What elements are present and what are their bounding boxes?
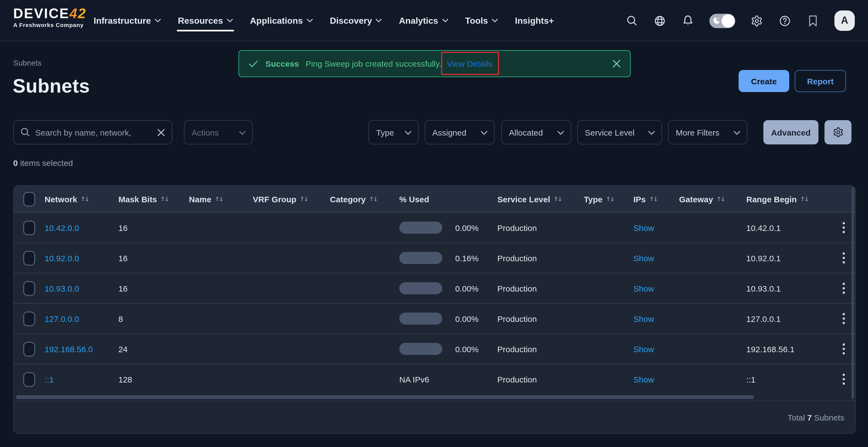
row-checkbox[interactable] xyxy=(23,311,35,326)
ips-show-link[interactable]: Show xyxy=(633,344,679,354)
device42-logo[interactable]: DEVICE42 A Freshworks Company xyxy=(13,6,90,28)
mask-bits-cell: 8 xyxy=(118,314,189,323)
network-link[interactable]: ::1 xyxy=(44,375,118,384)
ips-show-link[interactable]: Show xyxy=(633,223,679,232)
menu-applications[interactable]: Applications xyxy=(250,0,313,41)
menu-discovery[interactable]: Discovery xyxy=(330,0,382,41)
sort-icon: ↑↓ xyxy=(800,196,808,203)
chevron-down-icon xyxy=(405,130,411,134)
clear-search-icon[interactable] xyxy=(157,128,165,137)
help-icon[interactable] xyxy=(778,14,792,27)
column-header-vrf-group[interactable]: VRF Group↑↓ xyxy=(253,194,330,204)
network-link[interactable]: 10.93.0.0 xyxy=(44,284,118,293)
logo-text: DEVICE xyxy=(13,5,69,21)
more-filters-dropdown[interactable]: More Filters xyxy=(668,120,747,144)
filter-allocated-dropdown[interactable]: Allocated xyxy=(501,120,571,144)
usage-bar xyxy=(399,312,442,325)
sort-icon: ↑↓ xyxy=(215,196,223,203)
row-checkbox[interactable] xyxy=(23,250,35,265)
column-header-gateway[interactable]: Gateway↑↓ xyxy=(679,194,746,204)
logo-accent: 42 xyxy=(69,5,87,21)
report-button[interactable]: Report xyxy=(795,70,846,92)
table-settings-gear-button[interactable] xyxy=(825,120,851,144)
ips-show-link[interactable]: Show xyxy=(633,314,679,323)
close-icon[interactable] xyxy=(612,59,621,68)
filter-service-level-dropdown[interactable]: Service Level xyxy=(577,120,662,144)
search-input[interactable] xyxy=(35,128,152,137)
row-checkbox[interactable] xyxy=(23,281,35,296)
ips-show-link[interactable]: Show xyxy=(633,284,679,293)
column-header-category[interactable]: Category↑↓ xyxy=(330,194,399,204)
mask-bits-cell: 16 xyxy=(118,284,189,293)
network-link[interactable]: 192.168.56.0 xyxy=(44,344,118,354)
table-footer: Total 7 Subnets xyxy=(14,401,855,434)
chevron-down-icon xyxy=(155,19,161,23)
table-row: 192.168.56.0 24 0.00% Production Show 19… xyxy=(14,333,855,364)
column-header-mask-bits[interactable]: Mask Bits↑↓ xyxy=(118,194,189,204)
moon-icon xyxy=(712,16,721,25)
chevron-down-icon xyxy=(734,130,740,134)
globe-icon[interactable] xyxy=(653,14,666,27)
subnets-table-card: Network↑↓ Mask Bits↑↓ Name↑↓ VRF Group↑↓… xyxy=(13,185,856,434)
search-icon[interactable] xyxy=(625,14,638,27)
bookmark-icon[interactable] xyxy=(806,14,819,27)
chevron-down-icon xyxy=(442,19,448,23)
actions-dropdown[interactable]: Actions xyxy=(184,120,253,144)
select-all-checkbox[interactable] xyxy=(23,191,35,206)
chevron-down-icon xyxy=(376,19,382,23)
view-details-link[interactable]: View Details xyxy=(447,59,492,68)
column-header-type[interactable]: Type↑↓ xyxy=(584,194,633,204)
advanced-button[interactable]: Advanced xyxy=(763,120,818,144)
sort-icon: ↑↓ xyxy=(716,196,724,203)
sort-icon: ↑↓ xyxy=(554,196,561,203)
used-cell: 0.00% xyxy=(399,343,497,355)
create-button[interactable]: Create xyxy=(739,70,789,92)
service-level-cell: Production xyxy=(497,344,584,354)
chevron-down-icon xyxy=(307,19,313,23)
toast-status: Success xyxy=(266,59,299,68)
filter-type-dropdown[interactable]: Type xyxy=(368,120,418,144)
horizontal-scrollbar-thumb[interactable] xyxy=(16,395,754,399)
user-avatar[interactable]: A xyxy=(834,10,855,31)
table-row: ::1 128 NA IPv6 Production Show ::1 xyxy=(14,364,855,394)
logo-tagline: A Freshworks Company xyxy=(13,22,90,28)
filter-assigned-dropdown[interactable]: Assigned xyxy=(425,120,495,144)
theme-toggle[interactable] xyxy=(709,13,735,28)
column-header-service-level[interactable]: Service Level↑↓ xyxy=(497,194,584,204)
usage-bar xyxy=(399,252,442,264)
range-begin-cell: 10.93.0.1 xyxy=(746,284,832,293)
mask-bits-cell: 128 xyxy=(118,375,189,384)
range-begin-cell: ::1 xyxy=(746,375,832,384)
gear-icon[interactable] xyxy=(750,14,763,27)
vertical-scrollbar-thumb[interactable] xyxy=(851,187,854,399)
ips-show-link[interactable]: Show xyxy=(633,253,679,263)
sort-icon: ↑↓ xyxy=(160,196,168,203)
menu-resources[interactable]: Resources xyxy=(178,0,233,41)
row-checkbox[interactable] xyxy=(23,220,35,235)
menu-insights[interactable]: Insights+ xyxy=(515,0,554,41)
column-header-used: % Used xyxy=(399,194,497,204)
menu-infrastructure[interactable]: Infrastructure xyxy=(94,0,161,41)
column-header-range-begin[interactable]: Range Begin↑↓ xyxy=(746,194,832,204)
chevron-down-icon xyxy=(481,130,487,134)
ips-show-link[interactable]: Show xyxy=(633,375,679,384)
table-row: 127.0.0.0 8 0.00% Production Show 127.0.… xyxy=(14,303,855,333)
column-header-network[interactable]: Network↑↓ xyxy=(44,194,118,204)
success-toast: Success Ping Sweep job created successfu… xyxy=(239,50,631,77)
network-link[interactable]: 127.0.0.0 xyxy=(44,314,118,323)
network-link[interactable]: 10.42.0.0 xyxy=(44,223,118,232)
chevron-down-icon xyxy=(227,19,233,23)
column-header-ips[interactable]: IPs↑↓ xyxy=(633,194,679,204)
breadcrumb[interactable]: Subnets xyxy=(13,58,41,67)
menu-analytics[interactable]: Analytics xyxy=(399,0,448,41)
column-header-name[interactable]: Name↑↓ xyxy=(189,194,253,204)
used-cell: 0.00% xyxy=(399,282,497,294)
network-link[interactable]: 10.92.0.0 xyxy=(44,253,118,263)
row-checkbox[interactable] xyxy=(23,372,35,387)
row-checkbox[interactable] xyxy=(23,341,35,356)
main-menu: Infrastructure Resources Applications Di… xyxy=(94,0,554,41)
notifications-bell-icon[interactable] xyxy=(681,14,694,27)
menu-tools[interactable]: Tools xyxy=(465,0,498,41)
range-begin-cell: 192.168.56.1 xyxy=(746,344,832,354)
sort-icon: ↑↓ xyxy=(649,196,657,203)
